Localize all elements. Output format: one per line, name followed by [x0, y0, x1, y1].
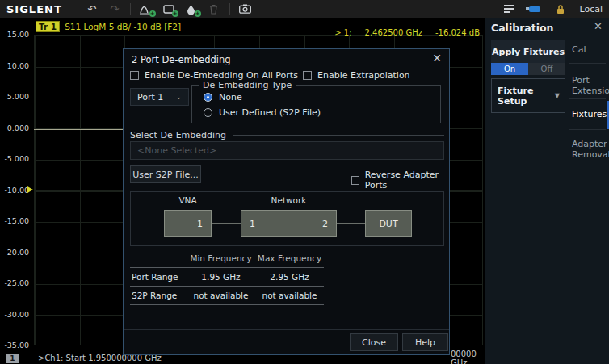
toolbar-separator	[130, 3, 131, 15]
help-button[interactable]: Help	[402, 333, 448, 351]
dialog-title: 2 Port De-embedding	[132, 54, 231, 65]
de-embedding-file-value: <None Selected>	[137, 145, 216, 156]
display-settings-icon[interactable]	[502, 2, 516, 15]
tab-adapter-removal[interactable]: Adapter Removal	[572, 139, 607, 160]
s2p-range-max: not available	[255, 291, 324, 300]
y-axis-tick: -5.000	[0, 154, 29, 163]
add-badge: +	[149, 10, 156, 17]
marker-frequency: 2.462500 GHz	[365, 28, 422, 37]
table-row-port-range: Port Range 1.95 GHz 2.95 GHz	[130, 268, 324, 287]
marker-number: > 1:	[334, 28, 351, 37]
select-de-embedding-group: Select De-Embedding	[130, 130, 444, 140]
calibration-sidebar: Calibration ✕ Apply Fixtures On Off Fixt…	[485, 18, 609, 364]
radio-none[interactable]	[204, 93, 212, 102]
enable-all-ports-checkbox[interactable]	[130, 71, 139, 80]
de-embedding-type-group: De-Embedding Type None User Defined (S2P…	[191, 80, 441, 123]
y-axis-tick: -25.00	[0, 278, 29, 287]
add-trace-icon[interactable]: +	[139, 2, 153, 15]
network-box: 1 2	[241, 210, 337, 237]
y-axis-tick: -35.00	[0, 341, 29, 349]
marker-value: -16.024 dB	[435, 28, 480, 37]
reverse-adapter-ports-row: Reverse Adapter Ports	[351, 169, 449, 190]
usb-device-icon	[527, 2, 542, 15]
max-frequency-header: Max Frequency	[255, 253, 324, 263]
radio-none-row[interactable]: None	[204, 92, 440, 103]
tab-separator	[569, 98, 606, 99]
sidebar-title: Calibration	[491, 22, 553, 34]
dialog-footer-divider	[124, 329, 449, 330]
port-range-max: 2.95 GHz	[255, 272, 324, 282]
tab-port-extension[interactable]: Port Extension	[572, 75, 607, 96]
undo-icon[interactable]: ↶	[85, 2, 99, 15]
channel-number-badge[interactable]: 1	[6, 354, 19, 363]
radio-user-defined-row[interactable]: User Defined (S2P File)	[204, 107, 440, 118]
y-axis-tick: 15.00	[0, 30, 29, 39]
vna-box: 1	[164, 210, 212, 237]
screenshot-camera-icon[interactable]	[238, 2, 253, 15]
min-frequency-header: Min Frequency	[187, 253, 255, 263]
s2p-range-min: not available	[187, 291, 255, 300]
add-window-icon[interactable]: +	[162, 2, 176, 15]
reference-level-marker	[27, 186, 33, 193]
add-marker-icon[interactable]: +	[184, 2, 199, 15]
network-port-2: 2	[322, 219, 328, 229]
de-embedding-type-legend: De-Embedding Type	[199, 80, 296, 90]
fixture-setup-dropdown[interactable]: Fixture Setup ▼	[491, 78, 565, 113]
close-button[interactable]: Close	[350, 333, 398, 351]
table-header-row: Min Frequency Max Frequency	[130, 249, 324, 268]
network-port-1: 1	[250, 219, 255, 229]
apply-fixtures-toggle: On Off	[491, 63, 565, 75]
network-label: Network	[241, 195, 337, 205]
enable-extrapolation-checkbox[interactable]	[303, 71, 312, 80]
channel-stop-frequency[interactable]: 00000 GHz	[451, 349, 485, 364]
user-s2p-file-button[interactable]: User S2P File...	[130, 165, 201, 183]
reverse-adapter-ports-label: Reverse Adapter Ports	[365, 169, 449, 190]
chevron-down-icon: ⌄	[175, 93, 182, 101]
select-de-embedding-legend: Select De-Embedding	[130, 130, 226, 140]
s11-trace-line	[34, 129, 123, 130]
connection-line	[337, 223, 365, 224]
vna-application-window: SIGLENT ↶ ↷ + + +	[0, 0, 609, 364]
row-label: Port Range	[130, 272, 187, 282]
marker-readout: > 1: 2.462500 GHz -16.024 dB	[334, 28, 480, 37]
toolbar-separator	[229, 3, 230, 15]
redo-icon: ↷	[107, 2, 122, 15]
dut-label: DUT	[379, 219, 397, 229]
row-label: S2P Range	[130, 291, 187, 300]
port-select-dropdown[interactable]: Port 1 ⌄	[130, 88, 189, 106]
add-badge: +	[195, 10, 201, 17]
frequency-range-table: Min Frequency Max Frequency Port Range 1…	[130, 249, 324, 305]
y-axis-tick: 10.00	[0, 61, 29, 70]
group-divider-line	[233, 135, 444, 136]
add-badge: +	[172, 10, 178, 17]
toggle-on-button[interactable]: On	[491, 63, 528, 75]
dut-box: DUT	[365, 210, 412, 237]
de-embedding-file-field[interactable]: <None Selected>	[130, 141, 444, 160]
y-axis-tick: -10.00	[0, 186, 29, 195]
fixture-setup-label: Fixture Setup	[498, 86, 555, 107]
reverse-adapter-ports-checkbox[interactable]	[351, 176, 359, 185]
y-axis-tick: -30.00	[0, 310, 29, 319]
trace-settings-label[interactable]: S11 LogM 5 dB/ -10 dB [F2]	[65, 22, 181, 31]
y-axis-tick: 0.000	[0, 123, 29, 132]
radio-user-defined[interactable]	[204, 108, 212, 117]
lock-key-icon[interactable]	[553, 2, 568, 15]
sidebar-close-icon[interactable]: ✕	[594, 20, 603, 32]
connection-line	[212, 223, 241, 224]
radio-none-label: None	[219, 92, 242, 103]
apply-fixtures-label: Apply Fixtures	[491, 40, 565, 63]
tab-cal[interactable]: Cal	[572, 44, 607, 55]
delete-icon	[207, 2, 221, 15]
y-axis-tick: -20.00	[0, 248, 29, 257]
port-range-min: 1.95 GHz	[187, 272, 255, 282]
vna-port-number: 1	[197, 219, 203, 229]
tab-fixtures[interactable]: Fixtures	[572, 109, 607, 119]
dialog-close-icon[interactable]: ✕	[432, 52, 442, 65]
trace-number-badge[interactable]: Tr 1	[36, 21, 60, 32]
toggle-off-button[interactable]: Off	[528, 63, 565, 75]
local-mode-label[interactable]: Local	[579, 4, 603, 15]
tab-separator	[569, 129, 606, 130]
y-axis-tick: -15.00	[0, 216, 29, 225]
toolbar-right-group: Local	[502, 2, 603, 15]
top-toolbar: SIGLENT ↶ ↷ + + +	[0, 0, 609, 18]
